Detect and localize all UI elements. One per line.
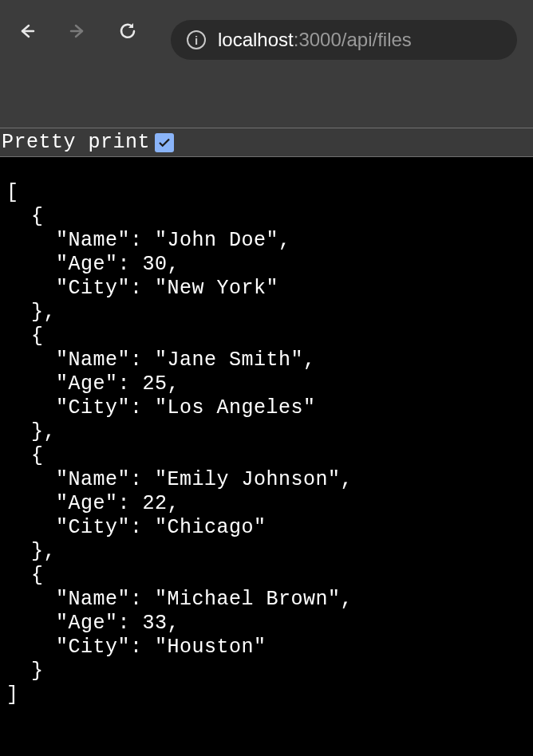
toolbar-spacer [0,76,533,128]
browser-toolbar: i localhost:3000/api/files [0,0,533,76]
url-path: :3000/api/files [294,29,412,50]
forward-button[interactable] [66,20,89,42]
reload-button[interactable] [116,20,139,42]
pretty-print-bar: Pretty print [0,128,533,157]
pretty-print-label: Pretty print [2,131,150,154]
address-bar[interactable]: i localhost:3000/api/files [171,20,517,60]
url-text: localhost:3000/api/files [218,29,412,51]
json-response-body[interactable]: [ { "Name": "John Doe", "Age": 30, "City… [0,157,533,756]
url-host: localhost [218,29,294,50]
nav-buttons [16,20,139,42]
info-icon[interactable]: i [187,30,206,49]
pretty-print-checkbox[interactable] [155,133,174,152]
back-button[interactable] [16,20,38,42]
